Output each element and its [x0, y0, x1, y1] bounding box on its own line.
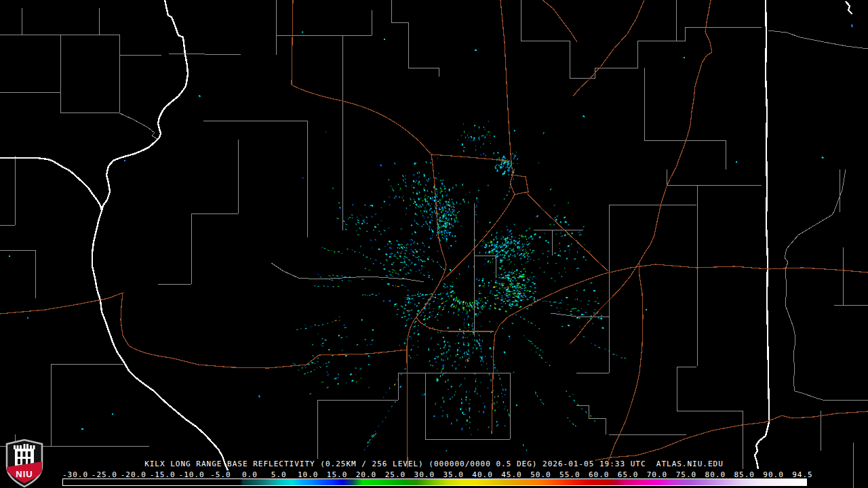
county-boundaries-layer [0, 0, 868, 488]
radar-echoes-layer [9, 24, 853, 451]
radar-display: KILX LONG RANGE BASE REFLECTIVITY (0.25K… [0, 0, 868, 488]
niu-logo-text: NIU [16, 469, 33, 479]
radar-map [0, 0, 868, 488]
colorbar-scale-labels: -30.0-25.0-20.0-15.0-10.0-5.00.05.010.01… [0, 470, 868, 479]
highways-layer [0, 0, 868, 468]
niu-logo: NIU [5, 439, 43, 488]
state-boundaries-layer [0, 0, 852, 470]
colorbar-gradient [62, 479, 807, 486]
product-title: KILX LONG RANGE BASE REFLECTIVITY (0.25K… [0, 460, 868, 468]
